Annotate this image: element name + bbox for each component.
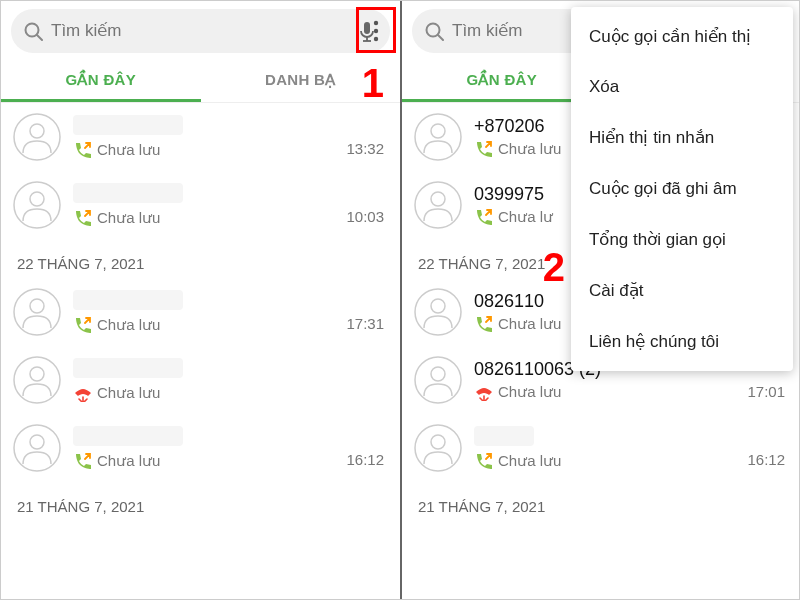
tab-recent[interactable]: GẦN ĐÂY — [1, 59, 201, 102]
call-status-text: Chưa lưu — [97, 384, 160, 402]
menu-item-total-call-time[interactable]: Tổng thời gian gọi — [571, 214, 793, 265]
call-status-text: Chưa lưu — [97, 316, 160, 334]
call-outgoing-icon — [73, 209, 91, 227]
avatar — [13, 424, 61, 472]
menu-item-show-messages[interactable]: Hiển thị tin nhắn — [571, 112, 793, 163]
avatar — [414, 424, 462, 472]
date-header: 21 THÁNG 7, 2021 — [1, 482, 400, 521]
call-time: 16:12 — [346, 451, 384, 472]
call-status-text: Chưa lưu — [97, 452, 160, 470]
call-status-text: Chưa lưu — [498, 315, 561, 333]
call-number — [73, 290, 183, 310]
call-status-text: Chưa lưu — [498, 383, 561, 401]
avatar — [13, 181, 61, 229]
avatar — [13, 356, 61, 404]
search-icon — [23, 21, 43, 41]
avatar — [414, 288, 462, 336]
call-number — [73, 358, 183, 378]
avatar — [414, 356, 462, 404]
call-row[interactable]: Chưa lưu 10:03 — [1, 171, 400, 239]
avatar — [414, 181, 462, 229]
call-row[interactable]: Chưa lưu 16:12 — [402, 414, 800, 482]
call-number — [73, 115, 183, 135]
left-panel: GẦN ĐÂY DANH BẠ Chưa lưu 13:32 Chưa lưu — [1, 1, 400, 600]
call-outgoing-icon — [73, 141, 91, 159]
search-input[interactable] — [51, 21, 348, 41]
call-status-text: Chưa lư — [498, 208, 553, 226]
call-status-text: Chưa lưu — [498, 452, 561, 470]
tabs: GẦN ĐÂY DANH BẠ — [1, 59, 400, 103]
right-panel: GẦN ĐÂY +870206 Chưa lưu 0399975 Chưa lư — [402, 1, 800, 600]
call-time: 16:12 — [747, 451, 785, 472]
avatar — [13, 288, 61, 336]
call-time: 17:31 — [346, 315, 384, 336]
call-status-text: Chưa lưu — [97, 209, 160, 227]
call-row[interactable]: Chưa lưu 16:12 — [1, 414, 400, 482]
call-status: Chưa lưu — [73, 316, 334, 334]
call-status: Chưa lưu — [474, 452, 735, 470]
call-status-text: Chưa lưu — [97, 141, 160, 159]
menu-item-delete[interactable]: Xóa — [571, 62, 793, 112]
call-status: Chưa lưu — [474, 383, 735, 401]
date-header: 21 THÁNG 7, 2021 — [402, 482, 800, 521]
call-row[interactable]: Chưa lưu 13:32 — [1, 103, 400, 171]
call-outgoing-icon — [474, 208, 492, 226]
call-status: Chưa lưu — [73, 141, 334, 159]
call-number — [73, 183, 183, 203]
call-status: Chưa lưu — [73, 209, 334, 227]
overflow-menu: Cuộc gọi cần hiển thị Xóa Hiển thị tin n… — [571, 7, 793, 371]
call-status: Chưa lưu — [73, 452, 334, 470]
call-missed-icon — [474, 383, 492, 401]
call-outgoing-icon — [474, 140, 492, 158]
call-missed-icon — [73, 384, 91, 402]
call-time: 13:32 — [346, 140, 384, 161]
call-outgoing-icon — [73, 316, 91, 334]
avatar — [13, 113, 61, 161]
call-status: Chưa lưu — [73, 384, 372, 402]
menu-item-settings[interactable]: Cài đặt — [571, 265, 793, 316]
call-number — [73, 426, 183, 446]
search-bar[interactable] — [11, 9, 390, 53]
call-number — [474, 426, 534, 446]
call-time: 17:01 — [747, 383, 785, 404]
call-time: 10:03 — [346, 208, 384, 229]
call-outgoing-icon — [73, 452, 91, 470]
call-outgoing-icon — [474, 452, 492, 470]
menu-item-calls-to-show[interactable]: Cuộc gọi cần hiển thị — [571, 11, 793, 62]
call-status-text: Chưa lưu — [498, 140, 561, 158]
call-row[interactable]: Chưa lưu 17:31 — [1, 278, 400, 346]
date-header: 22 THÁNG 7, 2021 — [1, 239, 400, 278]
call-row[interactable]: Chưa lưu — [1, 346, 400, 414]
menu-item-recorded-calls[interactable]: Cuộc gọi đã ghi âm — [571, 163, 793, 214]
call-outgoing-icon — [474, 315, 492, 333]
avatar — [414, 113, 462, 161]
search-icon — [424, 21, 444, 41]
menu-item-contact-us[interactable]: Liên hệ chúng tôi — [571, 316, 793, 367]
tab-contacts[interactable]: DANH BẠ — [201, 59, 401, 102]
more-button[interactable] — [358, 9, 394, 53]
